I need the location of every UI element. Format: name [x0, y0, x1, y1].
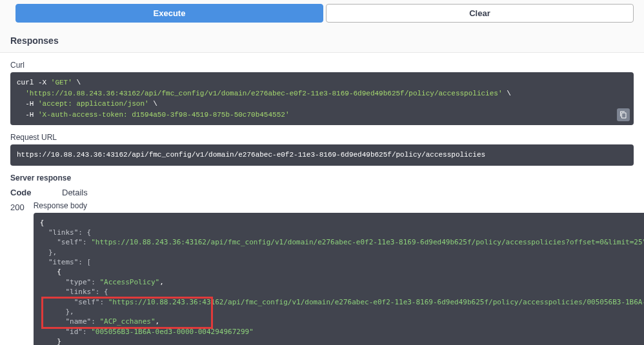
request-url-section: Request URL https://10.88.243.36:43162/a… — [0, 125, 644, 166]
json-l4: "items": [ — [40, 258, 91, 266]
code-heading: Code — [10, 188, 41, 197]
response-body-label: Response body — [34, 201, 644, 210]
json-l1: "links": { — [40, 228, 91, 237]
json-l6b: "AccessPolicy" — [99, 278, 159, 286]
curl-method: 'GET' — [51, 79, 72, 86]
curl-cmd: curl -X — [17, 79, 51, 86]
action-button-row: Execute Clear — [0, 0, 644, 26]
details-heading: Details — [62, 188, 634, 197]
request-url-label: Request URL — [10, 133, 634, 142]
response-body-row: 200 Response body { "links": { "self": "… — [0, 197, 644, 346]
json-l2b: "https://10.88.243.36:43162/api/fmc_conf… — [91, 238, 644, 246]
curl-codebox: curl -X 'GET' \ 'https://10.88.243.36:43… — [10, 72, 634, 125]
curl-h2: -H — [25, 111, 38, 119]
curl-h2v: 'X-auth-access-token: d1594a50-3f98-4519… — [38, 111, 289, 119]
curl-label: Curl — [10, 61, 634, 70]
curl-h1: -H — [25, 100, 38, 108]
json-l7: "links": { — [40, 288, 108, 296]
execute-button[interactable]: Execute — [15, 4, 323, 23]
curl-bs3: \ — [149, 100, 157, 108]
response-json-pre: { "links": { "self": "https://10.88.243.… — [40, 218, 644, 346]
curl-bs1: \ — [72, 79, 81, 86]
json-l10c: , — [156, 317, 160, 326]
status-code: 200 — [10, 201, 25, 212]
json-l3: }, — [40, 248, 57, 257]
server-response-label: Server response — [10, 173, 634, 182]
clear-button[interactable]: Clear — [326, 4, 634, 23]
json-l8a: "self": — [40, 298, 108, 306]
server-response-section: Server response — [0, 166, 644, 182]
response-json-box: { "links": { "self": "https://10.88.243.… — [34, 213, 644, 346]
json-l10a: "name": — [40, 317, 100, 326]
responses-heading: Responses — [0, 26, 644, 53]
copy-icon[interactable] — [617, 108, 630, 121]
request-url-value: https://10.88.243.36:43162/api/fmc_confi… — [17, 151, 485, 159]
curl-h1v: 'accept: application/json' — [38, 100, 149, 108]
json-l0: { — [40, 219, 45, 227]
json-l6a: "type": — [40, 278, 100, 286]
response-header-row: Code Details — [0, 185, 644, 197]
response-body-col: Response body { "links": { "self": "http… — [34, 201, 644, 346]
curl-section: Curl curl -X 'GET' \ 'https://10.88.243.… — [0, 53, 644, 125]
request-url-codebox: https://10.88.243.36:43162/api/fmc_confi… — [10, 144, 634, 166]
json-l12: } — [40, 337, 61, 345]
json-l6c: , — [159, 278, 164, 286]
json-l2a: "self": — [40, 238, 91, 246]
json-l11b: "005056B3-1B6A-0ed3-0000-004294967299" — [91, 328, 254, 336]
curl-url: 'https://10.88.243.36:43162/api/fmc_conf… — [25, 90, 502, 97]
curl-bs2: \ — [503, 90, 511, 97]
json-l5: { — [40, 268, 61, 276]
json-l9: }, — [40, 308, 74, 316]
json-l11a: "id": — [40, 328, 91, 336]
json-l8b: "https://10.88.243.36:43162/api/fmc_conf… — [108, 298, 644, 306]
json-l10b: "ACP_cchanes" — [99, 317, 155, 326]
api-response-panel: Execute Clear Responses Curl curl -X 'GE… — [0, 0, 644, 345]
